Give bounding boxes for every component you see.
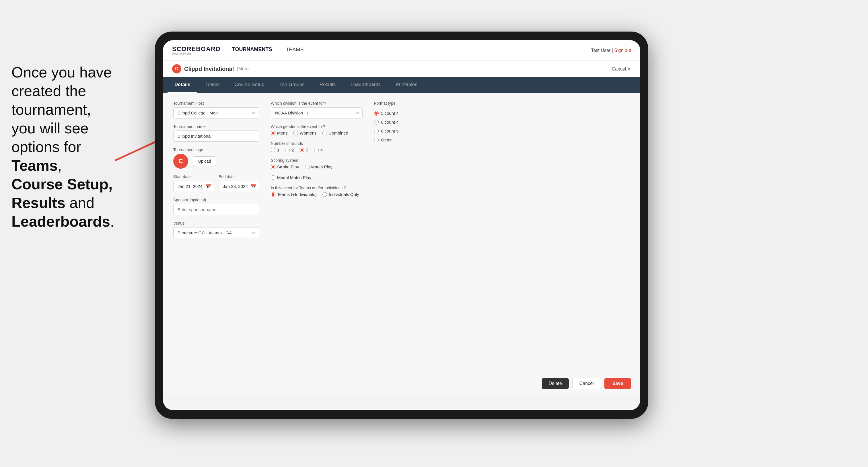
format-6count4[interactable]: 6 count 4 [374,120,437,124]
tablet-device: SCOREBOARD Powered by clipt TOURNAMENTS … [155,32,648,419]
gender-combined-label: Combined [329,130,348,135]
venue-label: Venue [173,221,259,225]
right-column: Format type 5 count 4 6 count 4 6 count … [374,101,437,365]
scoring-match[interactable]: Match Play [305,164,333,169]
end-date-group: End date 📅 [219,175,259,192]
signout-link[interactable]: Sign out [614,48,631,53]
round-2[interactable]: 2 [285,148,294,152]
teams-radio-group: Teams (+Individuals) Individuals Only [271,192,363,197]
middle-column: Which division is the event for? NCAA Di… [271,101,363,365]
tournament-name-input[interactable] [173,130,259,142]
round-2-radio[interactable] [285,148,290,152]
app-header: SCOREBOARD Powered by clipt TOURNAMENTS … [163,40,640,61]
teams-group: Is this event for Teams and/or Individua… [271,186,363,197]
round-2-label: 2 [291,148,294,152]
tab-course-setup[interactable]: Course Setup [228,77,271,93]
start-date-wrapper: 📅 [173,181,214,192]
scoring-radio-group: Stroke Play Match Play Medal Match Play [271,164,363,180]
cancel-button[interactable]: Cancel ✕ [612,66,631,72]
tab-tee-groups[interactable]: Tee Groups [273,77,311,93]
upload-button[interactable]: Upload [193,156,216,166]
cancel-action-button[interactable]: Cancel [572,378,601,389]
tab-teams[interactable]: Teams [198,77,227,93]
end-date-label: End date [219,175,259,179]
scoring-stroke-radio[interactable] [271,165,275,169]
gender-mens-radio[interactable] [271,131,275,135]
sponsor-input[interactable] [173,204,259,215]
tournament-host-select[interactable]: Clippd College - Men [173,107,259,119]
scoring-match-radio[interactable] [305,165,310,169]
tab-printables[interactable]: Printables [389,77,424,93]
scoring-label: Scoring system [271,158,363,163]
round-3-label: 3 [306,148,308,152]
format-6count4-label: 6 count 4 [381,120,399,124]
scoring-medal-radio[interactable] [271,175,275,180]
round-3-radio[interactable] [300,148,304,152]
gender-mens[interactable]: Mens [271,130,288,135]
sponsor-group: Sponsor (optional) [173,198,259,215]
division-select[interactable]: NCAA Division III [271,107,363,119]
tab-results[interactable]: Results [313,77,343,93]
individuals-option-label: Individuals Only [329,192,359,197]
division-group: Which division is the event for? NCAA Di… [271,101,363,119]
gender-womens[interactable]: Womens [293,130,317,135]
rounds-label: Number of rounds [271,141,363,146]
header-left: SCOREBOARD Powered by clipt TOURNAMENTS … [172,45,304,55]
rounds-radio-group: 1 2 3 4 [271,148,363,152]
logo-upload-area: C Upload [173,154,259,169]
tournament-name-label: Tournament name [173,124,259,129]
content-area: Tournament Host Clippd College - Men Tou… [163,93,640,373]
instruction-block: Once you have created the tournament, yo… [0,57,138,237]
teams-label: Is this event for Teams and/or Individua… [271,186,363,190]
calendar-icon-end: 📅 [251,184,256,189]
logo-sub: Powered by clipt [172,53,221,55]
format-6count5-radio[interactable] [374,129,379,133]
format-5count4[interactable]: 5 count 4 [374,111,437,116]
format-other-label: Other [381,137,392,142]
teams-option-radio[interactable] [271,192,275,197]
tab-bar: Details Teams Course Setup Tee Groups Re… [163,77,640,93]
sponsor-label: Sponsor (optional) [173,198,259,202]
save-button[interactable]: Save [604,378,631,389]
gender-combined[interactable]: Combined [322,130,348,135]
left-column: Tournament Host Clippd College - Men Tou… [173,101,259,365]
scoring-stroke[interactable]: Stroke Play [271,164,299,169]
round-4-radio[interactable] [314,148,319,152]
gender-womens-radio[interactable] [293,131,298,135]
scoring-match-label: Match Play [311,164,333,169]
nav-teams[interactable]: TEAMS [286,47,304,54]
format-other[interactable]: Other [374,137,437,142]
individuals-option-radio[interactable] [322,192,327,197]
round-3[interactable]: 3 [300,148,308,152]
round-1[interactable]: 1 [271,148,279,152]
logo-circle: C [173,154,188,169]
format-type-title: Format type [374,101,437,105]
tournament-gender: (Men) [237,66,249,71]
gender-combined-radio[interactable] [322,131,327,135]
round-1-radio[interactable] [271,148,275,152]
gender-radio-group: Mens Womens Combined [271,130,363,135]
logo-text: SCOREBOARD [172,45,221,53]
nav-tournaments[interactable]: TOURNAMENTS [232,46,272,54]
scoring-group: Scoring system Stroke Play Match Play [271,158,363,180]
individuals-option[interactable]: Individuals Only [322,192,359,197]
tab-leaderboards[interactable]: Leaderboards [344,77,388,93]
teams-option[interactable]: Teams (+Individuals) [271,192,317,197]
format-other-radio[interactable] [374,138,379,142]
scoring-stroke-label: Stroke Play [277,164,299,169]
division-label: Which division is the event for? [271,101,363,105]
round-4[interactable]: 4 [314,148,323,152]
end-date-wrapper: 📅 [219,181,259,192]
logo-label: Tournament logo [173,148,259,152]
calendar-icon: 📅 [206,184,211,189]
venue-select[interactable]: Peachtree GC - Atlanta - GA [173,227,259,238]
username: Test User | [591,48,613,53]
format-5count4-radio[interactable] [374,111,379,116]
tournament-host-group: Tournament Host Clippd College - Men [173,101,259,119]
tab-details[interactable]: Details [167,77,197,93]
format-6count4-radio[interactable] [374,120,379,124]
format-6count5[interactable]: 6 count 5 [374,128,437,133]
scoring-medal[interactable]: Medal Match Play [271,175,311,180]
main-nav: TOURNAMENTS TEAMS [232,46,304,54]
delete-button[interactable]: Delete [542,378,569,389]
